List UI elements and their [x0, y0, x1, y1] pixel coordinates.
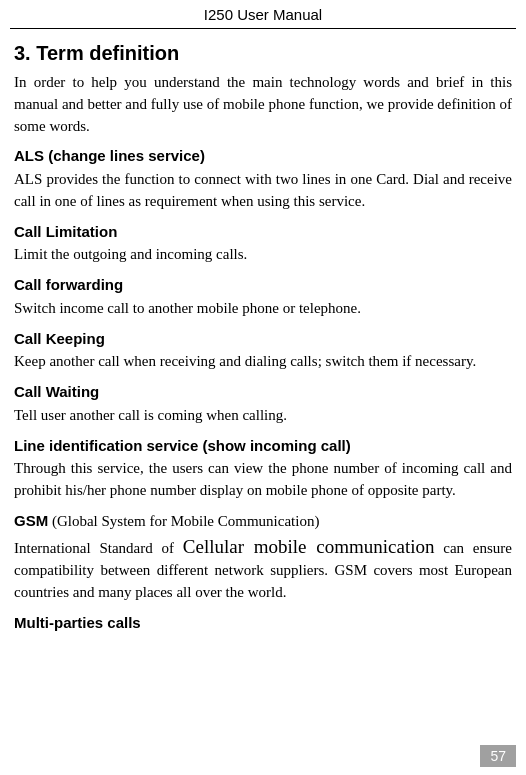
page-header: I250 User Manual — [10, 0, 516, 29]
term-body-call-waiting: Tell user another call is coming when ca… — [14, 405, 512, 427]
term-body-als: ALS provides the function to connect wit… — [14, 169, 512, 213]
term-body-line-id: Through this service, the users can view… — [14, 458, 512, 502]
section-title: 3. Term definition — [14, 39, 512, 68]
intro-text: In order to help you understand the main… — [14, 72, 512, 137]
term-heading-als: ALS (change lines service) — [14, 145, 512, 167]
term-heading-call-keeping: Call Keeping — [14, 328, 512, 350]
term-body-call-limitation: Limit the outgoing and incoming calls. — [14, 244, 512, 266]
term-heading-call-waiting: Call Waiting — [14, 381, 512, 403]
page-number: 57 — [480, 745, 516, 767]
term-body-call-forwarding: Switch income call to another mobile pho… — [14, 298, 512, 320]
term-heading-line-id: Line identification service (show incomi… — [14, 435, 512, 457]
header-title: I250 User Manual — [204, 6, 322, 23]
term-heading-multi-parties: Multi-parties calls — [14, 612, 512, 634]
term-heading-call-limitation: Call Limitation — [14, 221, 512, 243]
gsm-paragraph: GSM (Global System for Mobile Communicat… — [14, 510, 512, 604]
gsm-text2-pre: International Standard of — [14, 540, 183, 556]
term-heading-call-forwarding: Call forwarding — [14, 274, 512, 296]
gsm-cellular-text: Cellular mobile communication — [183, 536, 435, 557]
term-body-call-keeping: Keep another call when receiving and dia… — [14, 351, 512, 373]
gsm-bold-label: GSM — [14, 512, 48, 529]
gsm-text1: (Global System for Mobile Communication) — [48, 513, 319, 529]
page-container: I250 User Manual 3. Term definition In o… — [0, 0, 526, 775]
main-content: 3. Term definition In order to help you … — [10, 39, 516, 633]
